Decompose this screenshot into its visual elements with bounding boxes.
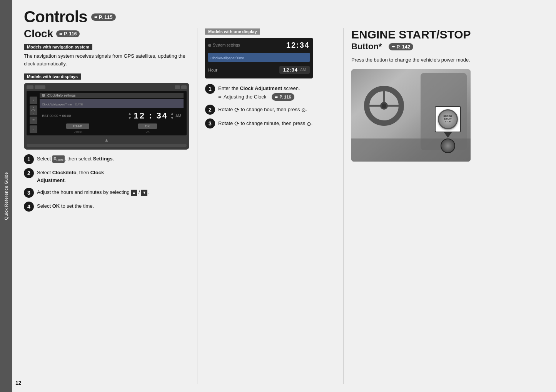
step-4-circle: 4 <box>24 202 34 212</box>
screen-icon-menu[interactable]: ☰ <box>30 117 37 124</box>
page-container: Quick Reference Guide Controls P. 115 Cl… <box>0 0 556 392</box>
hw-button-2[interactable] <box>35 85 45 89</box>
one-display-badge: Models with one display <box>205 28 260 35</box>
step-1-circle: 1 <box>24 154 34 164</box>
two-display-badge: Models with two displays <box>24 73 81 80</box>
ods-step-1-number: 1 <box>209 86 212 92</box>
hw-button-3[interactable] <box>175 85 180 89</box>
step-2-circle: 2 <box>24 168 34 178</box>
adjusting-page-ref: P. 116 <box>272 93 294 101</box>
hw-triangle-icon: ▲ <box>104 137 109 143</box>
step-4-text: Select OK to set the time. <box>37 202 94 210</box>
car-interior-image: ENGINESTARTSTOP <box>351 69 471 162</box>
screen-highlight-text: Clock/Wallpaper/Time <box>42 103 72 106</box>
two-display-screen-mockup: ≡ + VOL − ☰ <box>24 83 189 150</box>
hw-button-1[interactable] <box>27 85 33 89</box>
screen-arrows-right: ▲ ▼ <box>170 112 174 120</box>
home-icon: ⊞HOME <box>52 155 65 163</box>
left-column: Clock P. 116 Models with navigation syst… <box>24 28 197 384</box>
screen-side-icons: ≡ + VOL − ☰ <box>30 97 37 133</box>
engine-button-label: Button* <box>351 42 382 52</box>
step-1-text: Select ⊞HOME, then select Settings. <box>37 154 114 163</box>
side-tab: Quick Reference Guide <box>0 0 12 392</box>
screen-time-row: EST 00:00 + 00:00 ▲ ▼ 12 : 34 <box>40 109 184 122</box>
engine-page-ref: P. 142 <box>389 43 413 50</box>
ods-dot-icon <box>208 44 211 47</box>
ods-hour-control: 12:34 AM <box>279 66 310 74</box>
step-3-number: 3 <box>27 190 30 196</box>
ods-step-2-number: 2 <box>209 107 212 113</box>
rotate-icon-2: ⟳ <box>234 119 239 128</box>
step-4-row: 4 Select OK to set the time. <box>24 202 189 212</box>
page-number: 12 <box>15 380 22 386</box>
screen-reset-button[interactable]: Reset <box>66 123 89 129</box>
controls-page-ref: P. 115 <box>91 13 116 21</box>
screen-arrows-left: ▲ ▼ <box>128 112 132 120</box>
hw-top-left-buttons <box>27 85 45 89</box>
up-arrow-icon: ▲ <box>131 190 137 196</box>
screen-bottom-labels: Default OK <box>40 130 184 133</box>
screen-default-label: Default <box>73 130 82 133</box>
screen-dot-icon <box>42 94 45 97</box>
engine-start-stop-button[interactable]: ENGINESTARTSTOP <box>438 109 458 129</box>
engine-button-callout: ENGINESTARTSTOP <box>435 106 461 154</box>
ods-settings-label: System settings <box>208 43 240 47</box>
engine-btn-text: ENGINESTARTSTOP <box>443 115 452 123</box>
ods-highlight-text: Clock/Wallpaper/Time <box>210 56 244 60</box>
ods-settings-text: System settings <box>213 43 240 47</box>
ods-hour-label: Hour <box>208 68 217 72</box>
step-2-bold1: Clock/Info <box>52 170 77 175</box>
page-header: Controls P. 115 <box>24 8 544 26</box>
hw-bottom-strip <box>27 144 187 147</box>
engine-title-line2: Button* P. 142 <box>351 42 544 52</box>
engine-section-header: ENGINE START/STOP Button* P. 142 <box>351 28 544 52</box>
step-4-number: 4 <box>27 204 30 210</box>
ods-step-1-circle: 1 <box>205 84 215 94</box>
callout-arrow-container <box>435 132 461 138</box>
columns-layout: Clock P. 116 Models with navigation syst… <box>24 28 544 384</box>
ods-step-1-bold: Clock Adjustment <box>240 85 282 91</box>
adjusting-ref: ➨ Adjusting the Clock P. 116 <box>218 93 300 101</box>
step-3-circle: 3 <box>24 188 34 198</box>
step-4-bold: OK <box>52 203 60 209</box>
screen-est-label: EST 00:00 + 00:00 <box>42 114 71 118</box>
hw-top-right-buttons <box>175 85 187 89</box>
rotate-icon-1: ⟳ <box>234 105 239 115</box>
adjusting-arrow: ➨ <box>218 93 222 100</box>
nav-text: The navigation system receives signals f… <box>24 52 189 67</box>
engine-button-base <box>441 138 455 153</box>
screen-arrow-down-2: ▼ <box>170 116 174 120</box>
screen-arrow-up-2: ▲ <box>170 112 174 115</box>
side-tab-text: Quick Reference Guide <box>4 172 8 220</box>
step-3-text: Adjust the hours and minutes by selectin… <box>37 188 149 196</box>
screen-highlight-divider: DATE <box>75 103 83 106</box>
hw-top-bar <box>27 85 187 89</box>
screen-icon-vol[interactable]: + VOL − <box>30 105 37 115</box>
steering-wheel-area <box>363 85 405 128</box>
screen-ok-label2: OK <box>145 130 149 133</box>
screen-time-display: ▲ ▼ 12 : 34 ▲ ▼ <box>128 111 181 121</box>
ods-am-label: AM <box>300 68 306 72</box>
step-1-row: 1 Select ⊞HOME, then select Settings. <box>24 154 189 164</box>
step-2-row: 2 Select Clock/Info, then ClockAdjustmen… <box>24 168 189 184</box>
engine-description: Press the button to change the vehicle's… <box>351 56 544 64</box>
step-1-bold: Settings <box>93 156 112 162</box>
ods-highlight-row: Clock/Wallpaper/Time <box>208 53 310 62</box>
ods-hour-value: 12:34 <box>283 67 298 73</box>
one-display-screen-mockup: System settings 12:34 Clock/Wallpaper/Ti… <box>205 38 313 78</box>
ods-step-3-number: 3 <box>209 120 212 127</box>
ods-header: System settings 12:34 <box>208 41 310 50</box>
screen-arrow-down-1: ▼ <box>128 116 132 120</box>
hw-screen-display: ≡ + VOL − ☰ <box>27 91 187 135</box>
screen-ok-button[interactable]: OK <box>138 123 157 129</box>
one-display-steps: 1 Enter the Clock Adjustment screen. ➨ A… <box>205 84 336 128</box>
middle-column: Models with one display System settings … <box>197 28 343 384</box>
screen-arrow-up-1: ▲ <box>128 112 132 115</box>
screen-am-label: AM <box>175 114 181 118</box>
ods-step-3-circle: 3 <box>205 118 215 128</box>
screen-icon-back[interactable]: ← <box>30 125 37 133</box>
clock-title: Clock <box>24 28 53 40</box>
step-2-text: Select Clock/Info, then ClockAdjustment. <box>37 168 104 184</box>
screen-icon-1[interactable]: ≡ <box>30 97 37 104</box>
hw-button-4[interactable] <box>181 85 187 89</box>
